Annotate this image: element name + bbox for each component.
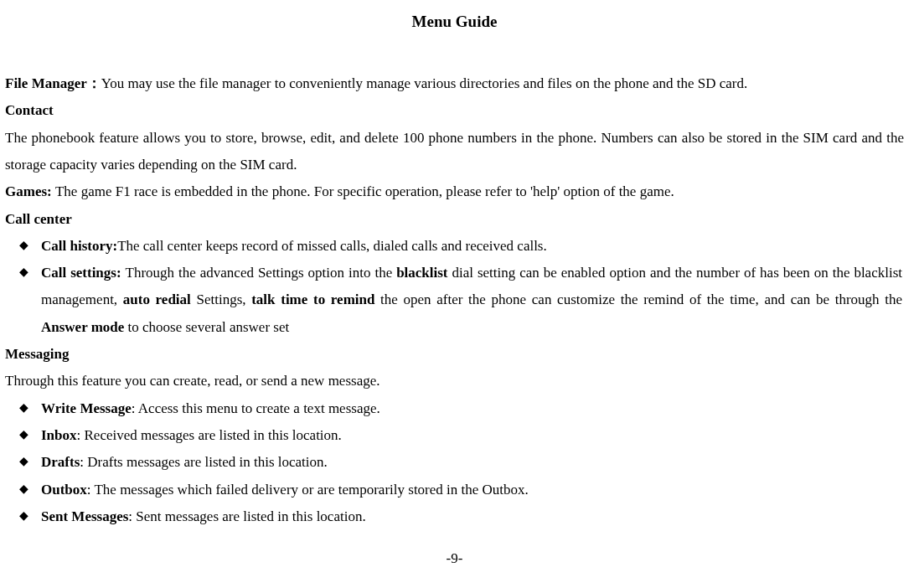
outbox-label: Outbox bbox=[41, 482, 87, 498]
call-center-list: Call history:The call center keeps recor… bbox=[5, 233, 904, 341]
sent-messages-text: : Sent messages are listed in this locat… bbox=[128, 508, 365, 524]
contact-label: Contact bbox=[5, 97, 904, 124]
list-item: Call history:The call center keeps recor… bbox=[41, 233, 904, 260]
call-settings-mid3: the open after the phone can customize t… bbox=[374, 291, 902, 307]
call-settings-b2: auto redial bbox=[123, 291, 191, 307]
list-item: Write Message: Access this menu to creat… bbox=[41, 395, 904, 422]
messaging-label: Messaging bbox=[5, 341, 904, 368]
call-center-label: Call center bbox=[5, 206, 904, 233]
call-settings-b3: talk time to remind bbox=[251, 291, 374, 307]
call-history-text: The call center keeps record of missed c… bbox=[117, 238, 547, 254]
call-history-label: Call history: bbox=[41, 238, 117, 254]
sent-messages-label: Sent Messages bbox=[41, 508, 128, 524]
file-manager-label: File Manager： bbox=[5, 75, 101, 91]
list-item: Drafts: Drafts messages are listed in th… bbox=[41, 449, 904, 476]
drafts-label: Drafts bbox=[41, 454, 80, 470]
drafts-text: : Drafts messages are listed in this loc… bbox=[80, 454, 328, 470]
games-text: The game F1 race is embedded in the phon… bbox=[55, 183, 674, 199]
write-message-text: : Access this menu to create a text mess… bbox=[132, 400, 380, 416]
games-paragraph: Games: The game F1 race is embedded in t… bbox=[5, 178, 904, 205]
call-settings-pre: Through the advanced Settings option int… bbox=[126, 265, 397, 281]
file-manager-paragraph: File Manager：You may use the file manage… bbox=[5, 70, 904, 97]
call-settings-b1: blacklist bbox=[396, 265, 447, 281]
inbox-label: Inbox bbox=[41, 427, 77, 443]
list-item: Call settings: Through the advanced Sett… bbox=[41, 260, 904, 341]
call-settings-b4: Answer mode bbox=[41, 319, 124, 335]
page-number: -9- bbox=[5, 545, 904, 572]
call-settings-post: to choose several answer set bbox=[124, 319, 289, 335]
contact-text: The phonebook feature allows you to stor… bbox=[5, 125, 904, 179]
call-settings-mid2: Settings, bbox=[191, 291, 251, 307]
inbox-text: : Received messages are listed in this l… bbox=[77, 427, 342, 443]
messaging-text: Through this feature you can create, rea… bbox=[5, 368, 904, 395]
messaging-list: Write Message: Access this menu to creat… bbox=[5, 395, 904, 530]
list-item: Inbox: Received messages are listed in t… bbox=[41, 422, 904, 449]
messaging-label-bold: Messaging bbox=[5, 346, 70, 362]
file-manager-text: You may use the file manager to convenie… bbox=[101, 75, 748, 91]
contact-label-bold: Contact bbox=[5, 102, 54, 118]
outbox-text: : The messages which failed delivery or … bbox=[87, 482, 529, 498]
call-settings-label: Call settings: bbox=[41, 265, 126, 281]
list-item: Outbox: The messages which failed delive… bbox=[41, 477, 904, 503]
call-center-label-bold: Call center bbox=[5, 211, 72, 227]
page-title: Menu Guide bbox=[5, 7, 904, 37]
games-label: Games: bbox=[5, 183, 55, 199]
list-item: Sent Messages: Sent messages are listed … bbox=[41, 503, 904, 530]
write-message-label: Write Message bbox=[41, 400, 132, 416]
